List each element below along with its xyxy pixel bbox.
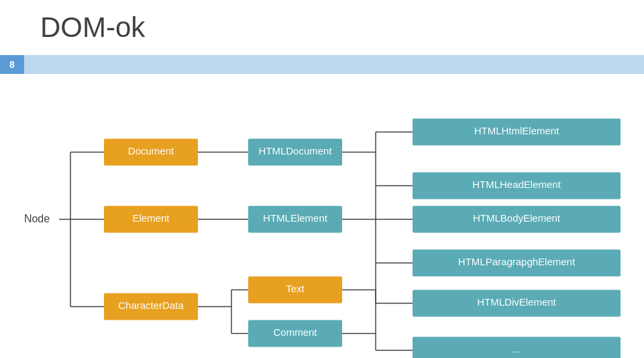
diagram-area: Node Document Element CharacterData HTML… — [0, 74, 644, 358]
html-html-element-label: HTMLHtmlElement — [474, 125, 560, 136]
text-label: Text — [286, 283, 305, 294]
document-label: Document — [128, 145, 174, 156]
html-div-element-label: HTMLDivElement — [477, 296, 556, 308]
blue-bar — [24, 55, 644, 74]
html-paragraph-element-label: HTMLParagrapghElement — [458, 256, 576, 267]
page-title: DOM-ok — [0, 0, 644, 43]
html-document-label: HTMLDocument — [258, 145, 332, 156]
slide-number: 8 — [0, 55, 24, 74]
html-element-label: HTMLElement — [263, 212, 328, 224]
comment-label: Comment — [273, 326, 317, 338]
element-label: Element — [132, 212, 170, 224]
character-data-label: CharacterData — [118, 300, 184, 311]
html-head-element-label: HTMLHeadElement — [472, 179, 561, 190]
html-body-element-label: HTMLBodyElement — [473, 212, 561, 224]
node-label: Node — [24, 213, 50, 224]
dom-diagram: Node Document Element CharacterData HTML… — [0, 74, 644, 358]
ellipsis-label: ... — [513, 343, 521, 355]
